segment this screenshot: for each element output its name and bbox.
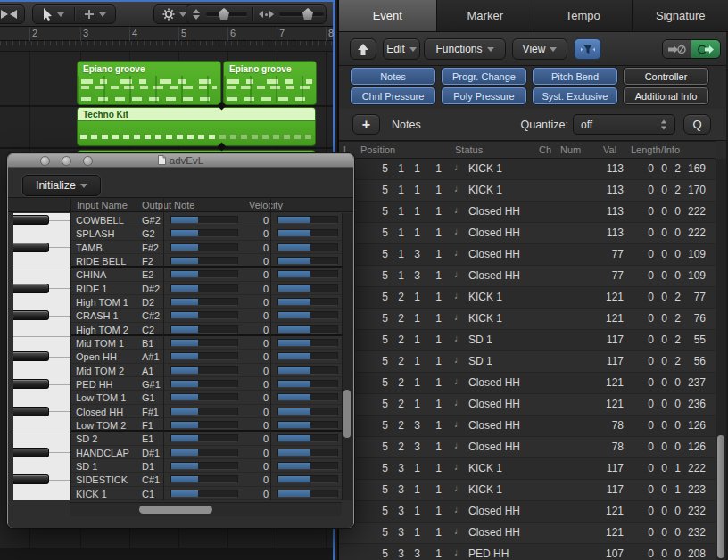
velocity-value[interactable]: 0 [242,284,269,294]
event-row[interactable]: 5 1 11♩Closed HH113000222 [339,202,716,223]
output-note[interactable]: D1 [142,461,154,472]
velocity-slider[interactable] [277,475,338,483]
mapping-row[interactable]: SPLASHG20 [70,226,342,240]
velocity-value[interactable]: 0 [242,366,269,376]
beat-ruler[interactable] [0,41,333,52]
event-row[interactable]: 5 3 11♩Closed HH121000232 [339,501,716,523]
velocity-value[interactable]: 0 [242,256,269,267]
note-slider[interactable] [170,325,238,334]
edit-menu-button[interactable]: Edit [383,38,420,60]
velocity-value[interactable]: 0 [242,489,269,499]
plugin-vscrollbar-thumb[interactable] [343,390,351,438]
note-slider[interactable] [170,421,238,429]
output-note[interactable]: C#2 [142,310,160,321]
output-note[interactable]: B1 [142,338,153,349]
note-slider[interactable] [170,408,238,416]
initialize-menu-button[interactable]: Initialize [22,175,101,196]
event-row[interactable]: 5 3 11♩KICK 1117001223 [339,480,716,501]
velocity-slider[interactable] [277,490,338,498]
event-row[interactable]: 5 2 11♩KICK 112100276 [339,309,716,330]
filter-additional-info[interactable]: Additional Info [624,87,708,104]
horizontal-zoom-slider-thumb[interactable] [302,8,313,20]
velocity-value[interactable]: 0 [242,433,269,444]
mapping-row[interactable]: Mid TOM 1B10 [70,336,342,350]
velocity-value[interactable]: 0 [242,338,269,349]
midi-in-button[interactable] [663,40,691,58]
note-slider[interactable] [170,393,238,401]
midi-region-techno-kit[interactable]: Techno Kit [77,107,316,146]
plugin-hscrollbar-thumb[interactable] [139,506,212,514]
mapping-row[interactable]: Mid TOM 2A10 [70,364,342,377]
output-note[interactable]: D#2 [142,284,160,294]
mapping-row[interactable]: SD 1D10 [70,459,342,473]
output-note[interactable]: C#1 [142,474,160,485]
note-slider[interactable] [170,216,238,224]
velocity-slider[interactable] [277,380,338,388]
filter-chnl-pressure[interactable]: Chnl Pressure [351,87,435,104]
mapping-row[interactable]: HANDCLAPD#10 [70,446,342,459]
black-key-fs1[interactable] [13,407,49,416]
velocity-value[interactable]: 0 [242,392,269,403]
velocity-slider[interactable] [277,366,338,375]
note-slider[interactable] [170,257,238,265]
note-slider[interactable] [170,229,238,237]
output-note[interactable]: D2 [142,297,154,308]
tab-marker[interactable]: Marker [437,0,535,31]
note-slider[interactable] [170,243,238,251]
note-slider[interactable] [170,339,238,347]
mapping-row[interactable]: Low TOM 2F10 [70,418,342,432]
mapping-row[interactable]: KICK 1C10 [70,487,342,500]
tab-signature[interactable]: Signature [633,0,728,31]
output-note[interactable]: F#1 [142,407,159,417]
black-key-ds1[interactable] [13,448,49,457]
event-row[interactable]: 5 3 11♩KICK 1117001222 [339,458,716,480]
quantize-select[interactable]: off [573,114,675,135]
event-row[interactable]: 5 2 11♩Closed HH121000236 [339,394,716,416]
velocity-slider[interactable] [277,216,338,224]
velocity-value[interactable]: 0 [242,407,269,417]
mapping-row[interactable]: PED HHG#10 [70,377,342,391]
black-key-fs2[interactable] [13,243,49,252]
velocity-slider[interactable] [277,270,338,278]
velocity-slider[interactable] [277,257,338,265]
output-note[interactable]: F1 [142,420,153,431]
vertical-zoom-slider[interactable] [206,12,247,16]
tab-event[interactable]: Event [339,0,437,31]
note-slider[interactable] [170,352,238,360]
output-note[interactable]: G2 [142,228,155,239]
output-note[interactable]: E2 [142,269,153,280]
event-scrollbar-thumb[interactable] [717,435,724,558]
output-note[interactable]: C1 [142,489,154,499]
black-key-gs1[interactable] [13,379,49,389]
output-note[interactable]: C2 [142,325,154,335]
velocity-value[interactable]: 0 [242,243,269,253]
mapping-row[interactable]: CHINAE20 [70,268,342,281]
event-row[interactable]: 5 1 11♩KICK 1113002169 [339,159,716,180]
velocity-slider[interactable] [277,298,338,306]
velocity-slider[interactable] [277,243,338,251]
note-slider[interactable] [170,475,238,483]
note-slider[interactable] [170,462,238,470]
output-note[interactable]: D#1 [142,448,160,458]
note-slider[interactable] [170,490,238,498]
event-filter-button[interactable] [574,38,601,60]
note-slider[interactable] [170,270,238,278]
vertical-zoom-slider-thumb[interactable] [219,8,229,20]
note-slider[interactable] [170,449,238,457]
note-slider[interactable] [170,311,238,319]
event-row[interactable]: 5 1 31♩Closed HH77000109 [339,244,716,266]
event-row[interactable]: 5 2 31♩Closed HH78000126 [339,416,716,437]
pencil-tool-button[interactable] [75,9,116,20]
plugin-vscrollbar[interactable] [342,213,352,500]
event-row[interactable]: 5 3 31♩PED HH107000208 [339,544,716,560]
velocity-value[interactable]: 0 [242,351,269,362]
mapping-row[interactable]: SIDESTICKC#10 [70,473,342,486]
output-note[interactable]: G1 [142,392,155,403]
horizontal-zoom-slider[interactable] [279,12,324,16]
black-key-gs2[interactable] [13,215,49,225]
filter-syst-exclusive[interactable]: Syst. Exclusive [533,87,617,104]
plugin-title-bar[interactable]: advEvL [8,154,353,168]
event-row[interactable]: 5 1 11♩Closed HH113000222 [339,223,716,244]
velocity-slider[interactable] [277,462,338,470]
velocity-value[interactable]: 0 [242,420,269,431]
